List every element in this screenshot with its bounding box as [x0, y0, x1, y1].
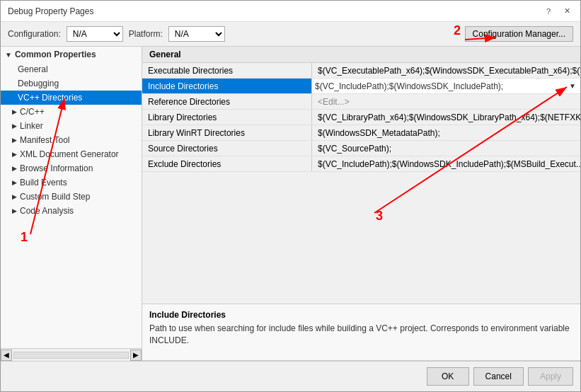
prop-row-library: Library Directories $(VC_LibraryPath_x64…	[142, 110, 580, 125]
scroll-right-btn[interactable]: ▶	[130, 350, 142, 361]
main-content: ▼ Common Properties General Debugging VC…	[1, 47, 580, 361]
prop-row-executable: Executable Directories $(VC_ExecutablePa…	[142, 63, 580, 79]
tree-item-custom-build-label: Custom Build Step	[20, 192, 90, 202]
platform-label: Platform:	[129, 29, 163, 39]
title-bar-controls: ? ✕	[542, 5, 573, 18]
prop-row-reference: Reference Directories <Edit...>	[142, 94, 580, 110]
arrow-icon-manifest: ▶	[12, 137, 17, 144]
properties-table: Executable Directories $(VC_ExecutablePa…	[142, 63, 580, 304]
arrow-icon-code-analysis: ▶	[12, 207, 17, 214]
prop-value-exclude: $(VC_IncludePath);$(WindowsSDK_IncludePa…	[312, 156, 580, 171]
left-scroll-area: ◀ ▶	[1, 348, 142, 361]
tree-item-build-events-label: Build Events	[20, 178, 67, 188]
description-text: Path to use when searching for include f…	[149, 323, 573, 347]
prop-name-reference: Reference Directories	[142, 94, 312, 109]
tree-item-cpp[interactable]: ▶ C/C++	[1, 105, 142, 119]
arrow-icon: ▶	[12, 108, 17, 115]
prop-name-source: Source Directories	[142, 141, 312, 156]
prop-value-reference: <Edit...>	[312, 94, 580, 109]
tree-item-xml[interactable]: ▶ XML Document Generator	[1, 147, 142, 161]
tree-item-linker[interactable]: ▶ Linker	[1, 119, 142, 133]
section-arrow: ▼	[5, 51, 12, 59]
tree-item-manifest-label: Manifest Tool	[20, 135, 69, 145]
prop-name-include: Include Directories	[142, 79, 312, 93]
prop-name-library: Library Directories	[142, 110, 312, 125]
prop-row-library-winrt: Library WinRT Directories $(WindowsSDK_M…	[142, 125, 580, 141]
config-manager-button[interactable]: Configuration Manager...	[465, 26, 573, 42]
left-scrollbar-row: ◀ ▶	[1, 348, 142, 361]
tree-item-linker-label: Linker	[20, 121, 43, 131]
config-label: Configuration:	[8, 29, 61, 39]
prop-name-exclude: Exclude Directories	[142, 156, 312, 171]
config-select[interactable]: N/A	[67, 26, 123, 42]
bottom-buttons: OK Cancel Apply	[1, 361, 580, 391]
tree-item-general[interactable]: General	[1, 62, 142, 76]
tree-item-xml-label: XML Document Generator	[20, 149, 119, 159]
arrow-icon-linker: ▶	[12, 122, 17, 129]
prop-value-library: $(VC_LibraryPath_x64);$(WindowsSDK_Libra…	[312, 110, 580, 125]
prop-value-include-text: $(VC_IncludePath);$(WindowsSDK_IncludePa…	[315, 81, 568, 91]
tree-item-browse[interactable]: ▶ Browse Information	[1, 161, 142, 175]
close-button[interactable]: ✕	[560, 5, 573, 18]
help-button[interactable]: ?	[542, 5, 555, 18]
prop-row-source: Source Directories $(VC_SourcePath);	[142, 141, 580, 156]
description-panel: Include Directories Path to use when sea…	[142, 304, 580, 361]
apply-button[interactable]: Apply	[528, 367, 573, 386]
toolbar: Configuration: N/A Platform: N/A Configu…	[1, 22, 580, 47]
window-title: Debug Property Pages	[8, 6, 93, 16]
prop-value-source: $(VC_SourcePath);	[312, 141, 580, 156]
platform-select[interactable]: N/A	[168, 26, 225, 42]
arrow-icon-xml: ▶	[12, 151, 17, 158]
ok-button[interactable]: OK	[427, 367, 469, 386]
arrow-icon-browse: ▶	[12, 165, 17, 172]
section-label: Common Properties	[15, 50, 96, 59]
tree-item-code-analysis-label: Code Analysis	[20, 206, 74, 216]
tree-item-debugging[interactable]: Debugging	[1, 76, 142, 91]
arrow-icon-build-events: ▶	[12, 179, 17, 186]
cancel-button[interactable]: Cancel	[473, 367, 524, 386]
tree-item-cpp-label: C/C++	[20, 107, 45, 117]
arrow-icon-custom-build: ▶	[12, 193, 17, 200]
left-panel: ▼ Common Properties General Debugging VC…	[1, 47, 142, 361]
description-title: Include Directories	[149, 310, 573, 320]
prop-value-library-winrt: $(WindowsSDK_MetadataPath);	[312, 125, 580, 140]
prop-value-executable: $(VC_ExecutablePath_x64);$(WindowsSDK_Ex…	[312, 63, 580, 78]
tree-item-browse-label: Browse Information	[20, 163, 93, 173]
tree-item-build-events[interactable]: ▶ Build Events	[1, 175, 142, 190]
tree-item-manifest[interactable]: ▶ Manifest Tool	[1, 133, 142, 147]
prop-value-include[interactable]: $(VC_IncludePath);$(WindowsSDK_IncludePa…	[312, 79, 580, 93]
prop-row-exclude: Exclude Directories $(VC_IncludePath);$(…	[142, 156, 580, 172]
prop-name-library-winrt: Library WinRT Directories	[142, 125, 312, 140]
tree-item-vc-directories[interactable]: VC++ Directories	[1, 91, 142, 105]
right-section-header: General	[142, 47, 580, 63]
scroll-left-btn[interactable]: ◀	[1, 350, 12, 361]
prop-name-executable: Executable Directories	[142, 63, 312, 78]
right-panel: General Executable Directories $(VC_Exec…	[142, 47, 580, 361]
dropdown-arrow-icon[interactable]: ▼	[568, 82, 577, 90]
prop-row-include[interactable]: Include Directories $(VC_IncludePath);$(…	[142, 79, 580, 94]
horizontal-scrollbar[interactable]	[13, 352, 129, 359]
title-bar: Debug Property Pages ? ✕	[1, 1, 580, 22]
tree-item-code-analysis[interactable]: ▶ Code Analysis	[1, 204, 142, 218]
tree-section-header[interactable]: ▼ Common Properties	[1, 47, 142, 62]
tree-item-custom-build[interactable]: ▶ Custom Build Step	[1, 190, 142, 204]
